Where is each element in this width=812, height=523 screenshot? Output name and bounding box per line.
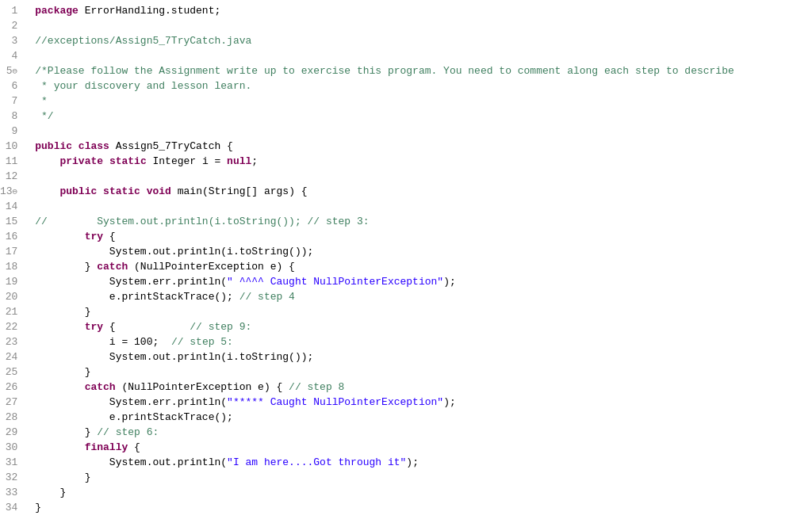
line-number: 11 xyxy=(0,154,22,169)
line-number: 31 xyxy=(0,455,22,470)
code-line: e.printStackTrace(); xyxy=(35,410,812,425)
code-line: e.printStackTrace(); // step 4 xyxy=(35,289,812,304)
code-line: public class Assign5_7TryCatch { xyxy=(35,139,812,154)
line-number: 9 xyxy=(0,124,22,139)
code-line: } xyxy=(35,304,812,319)
line-number: 5⊖ xyxy=(0,63,22,78)
code-line: try { // step 9: xyxy=(35,319,812,334)
code-line: //exceptions/Assign5_7TryCatch.java xyxy=(35,33,812,48)
line-number-gutter: 12345⊖678910111213⊖141516171819202122232… xyxy=(0,3,29,520)
code-line: public static void main(String[] args) { xyxy=(35,184,812,199)
code-editor: 12345⊖678910111213⊖141516171819202122232… xyxy=(0,0,812,523)
line-number: 13⊖ xyxy=(0,184,22,199)
line-number: 28 xyxy=(0,410,22,425)
code-line: package ErrorHandling.student; xyxy=(35,3,812,18)
code-line: System.out.println(i.toString()); xyxy=(35,244,812,259)
code-content[interactable]: package ErrorHandling.student; //excepti… xyxy=(29,3,812,520)
code-line: */ xyxy=(35,109,812,124)
line-number: 15 xyxy=(0,214,22,229)
code-line xyxy=(35,124,812,139)
code-line: catch (NullPointerException e) { // step… xyxy=(35,380,812,395)
code-line: } xyxy=(35,365,812,380)
code-line: // System.out.println(i.toString()); // … xyxy=(35,214,812,229)
line-number: 30 xyxy=(0,440,22,455)
line-number: 10 xyxy=(0,139,22,154)
line-number: 6 xyxy=(0,78,22,94)
code-line xyxy=(35,169,812,184)
line-number: 3 xyxy=(0,33,22,48)
code-line: } // step 6: xyxy=(35,425,812,440)
code-line: * xyxy=(35,94,812,109)
code-line: System.err.println(" ^^^^ Caught NullPoi… xyxy=(35,274,812,289)
code-line xyxy=(35,48,812,63)
code-line: System.err.println("***** Caught NullPoi… xyxy=(35,395,812,410)
line-number: 33 xyxy=(0,485,22,500)
line-number: 18 xyxy=(0,259,22,274)
code-line: private static Integer i = null; xyxy=(35,154,812,169)
line-number: 29 xyxy=(0,425,22,440)
code-line: /*Please follow the Assignment write up … xyxy=(35,63,812,78)
code-line: } catch (NullPointerException e) { xyxy=(35,259,812,274)
code-line xyxy=(35,199,812,214)
line-number: 17 xyxy=(0,244,22,259)
code-line: i = 100; // step 5: xyxy=(35,334,812,349)
code-line: System.out.println(i.toString()); xyxy=(35,349,812,365)
line-number: 22 xyxy=(0,319,22,334)
line-number: 20 xyxy=(0,289,22,304)
line-number: 26 xyxy=(0,380,22,395)
line-number: 2 xyxy=(0,18,22,33)
line-number: 27 xyxy=(0,395,22,410)
line-number: 32 xyxy=(0,470,22,485)
code-line xyxy=(35,18,812,33)
line-number: 1 xyxy=(0,3,22,18)
line-number: 12 xyxy=(0,169,22,184)
code-line: * your discovery and lesson learn. xyxy=(35,78,812,94)
code-line: System.out.println("I am here....Got thr… xyxy=(35,455,812,470)
line-number: 14 xyxy=(0,199,22,214)
line-number: 24 xyxy=(0,349,22,365)
code-line: } xyxy=(35,485,812,500)
line-number: 19 xyxy=(0,274,22,289)
code-line: try { xyxy=(35,229,812,244)
line-number: 7 xyxy=(0,94,22,109)
line-number: 4 xyxy=(0,48,22,63)
line-number: 16 xyxy=(0,229,22,244)
code-line: } xyxy=(35,470,812,485)
line-number: 25 xyxy=(0,365,22,380)
code-line: finally { xyxy=(35,440,812,455)
line-number: 8 xyxy=(0,109,22,124)
code-line: } xyxy=(35,500,812,515)
line-number: 21 xyxy=(0,304,22,319)
line-number: 23 xyxy=(0,334,22,349)
line-number: 34 xyxy=(0,500,22,515)
